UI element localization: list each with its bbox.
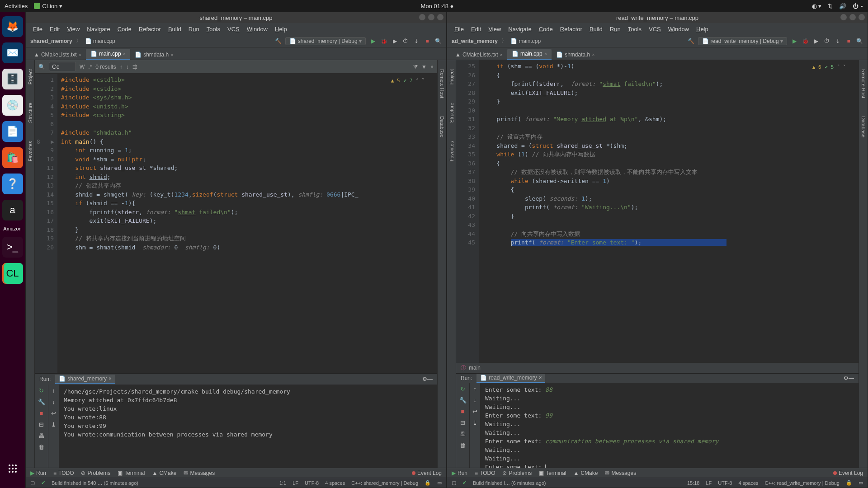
match-case-button[interactable]: W xyxy=(80,64,85,70)
menu-build[interactable]: Build xyxy=(165,25,184,33)
find-input[interactable] xyxy=(49,62,76,71)
menu-tools[interactable]: Tools xyxy=(625,25,644,33)
database-tool-button[interactable]: Database xyxy=(861,116,866,137)
amazon-icon[interactable]: a xyxy=(2,200,23,221)
stop-button[interactable]: ■ xyxy=(424,38,431,45)
tab-cmakelists[interactable]: ▲ CMakeLists.txt × xyxy=(29,50,86,60)
indent[interactable]: 4 spaces xyxy=(738,480,758,486)
up-arrow-icon[interactable]: ↑ xyxy=(52,387,55,394)
lock-icon[interactable]: 🔒 xyxy=(425,480,431,486)
close-icon[interactable]: × xyxy=(123,51,126,56)
up-arrow-icon[interactable]: ↑ xyxy=(473,385,476,392)
search-icon[interactable]: 🔍 xyxy=(434,38,442,45)
network-icon[interactable]: ⇅ xyxy=(828,3,833,9)
context[interactable]: C++: read_write_memory | Debug xyxy=(765,480,840,486)
menu-file[interactable]: File xyxy=(452,25,467,33)
context[interactable]: C++: shared_memory | Debug xyxy=(351,480,418,486)
event-log-button[interactable]: Event Log xyxy=(833,470,863,476)
run-button[interactable]: ▶ xyxy=(791,38,798,45)
hammer-icon[interactable]: 🔨 xyxy=(687,38,694,45)
clock[interactable]: Mon 01:48 ● xyxy=(421,3,454,9)
code-editor[interactable]: ▲ 5 ✔ 7 ˄ ˅#include <cstdlib> #include <… xyxy=(57,74,437,373)
menu-view[interactable]: View xyxy=(486,25,504,33)
database-tool-button[interactable]: Database xyxy=(439,116,445,137)
print-icon[interactable]: 🖶 xyxy=(460,431,466,437)
caret-pos[interactable]: 15:18 xyxy=(687,480,700,486)
messages-tool-button[interactable]: ✉ Messages xyxy=(605,470,636,476)
coverage-button[interactable]: ▶ xyxy=(391,38,398,45)
menu-refactor[interactable]: Refactor xyxy=(136,25,164,33)
down-arrow-icon[interactable]: ↓ xyxy=(52,399,55,405)
maximize-button[interactable] xyxy=(849,14,856,20)
close-icon[interactable]: × xyxy=(592,52,594,57)
hide-button[interactable]: — xyxy=(427,376,433,382)
layout-icon[interactable]: ⊟ xyxy=(39,421,44,428)
soft-wrap-icon[interactable]: ↩ xyxy=(51,410,56,417)
close-button[interactable] xyxy=(859,14,865,20)
stop-button[interactable]: ■ xyxy=(845,38,852,45)
menu-run[interactable]: Run xyxy=(186,25,202,33)
breadcrumb-project[interactable]: shared_memory xyxy=(30,38,72,44)
line-gutter[interactable]: 25 26 27 28 29 30 31 32 33 34 35 36 37 3… xyxy=(456,60,479,363)
menu-build[interactable]: Build xyxy=(587,25,605,33)
close-icon[interactable]: × xyxy=(544,51,547,56)
favorites-tool-button[interactable]: Favorites xyxy=(449,141,454,161)
breadcrumb-file[interactable]: 📄 main.cpp xyxy=(85,38,115,44)
hammer-icon[interactable]: 🔨 xyxy=(274,38,282,45)
line-sep[interactable]: LF xyxy=(292,480,298,486)
coverage-button[interactable]: ▶ xyxy=(812,38,820,45)
scroll-end-icon[interactable]: ⤓ xyxy=(51,421,56,428)
menu-code[interactable]: Code xyxy=(115,25,134,33)
structure-tool-button[interactable]: Structure xyxy=(28,103,33,123)
remote-host-tool-button[interactable]: Remote Host xyxy=(439,69,445,98)
indent[interactable]: 4 spaces xyxy=(325,480,345,486)
minimize-button[interactable] xyxy=(840,14,847,20)
menu-edit[interactable]: Edit xyxy=(468,25,484,33)
hide-button[interactable]: — xyxy=(849,375,854,381)
problems-tool-button[interactable]: ⊘ Problems xyxy=(502,470,532,476)
debug-button[interactable]: 🐞 xyxy=(802,38,809,45)
menu-vcs[interactable]: VCS xyxy=(646,25,664,33)
project-tool-button[interactable]: Project xyxy=(28,69,33,84)
app-menu[interactable]: CLion ▾ xyxy=(34,3,62,9)
remote-host-tool-button[interactable]: Remote Host xyxy=(861,69,866,98)
wrench-icon[interactable]: 🔧 xyxy=(38,399,45,405)
trash-icon[interactable]: 🗑 xyxy=(460,442,466,449)
run-config-selector[interactable]: 📄 shared_memory | Debug ▾ xyxy=(285,37,366,45)
scroll-end-icon[interactable]: ⤓ xyxy=(472,419,477,426)
regex-button[interactable]: .* xyxy=(88,64,92,70)
attach-button[interactable]: ⇣ xyxy=(413,38,420,45)
next-match-button[interactable]: ↓ xyxy=(126,64,129,70)
rerun-button[interactable]: ↻ xyxy=(460,385,465,392)
software-icon[interactable]: 🛍️ xyxy=(2,147,23,168)
line-sep[interactable]: LF xyxy=(706,480,712,486)
debug-button[interactable]: 🐞 xyxy=(380,38,387,45)
profile-button[interactable]: ⏱ xyxy=(402,38,409,45)
filter-icon[interactable]: ⧩ xyxy=(413,64,418,70)
search-icon[interactable]: 🔍 xyxy=(38,64,45,70)
help-icon[interactable]: ❔ xyxy=(2,174,23,194)
terminal-icon[interactable]: >_ xyxy=(2,237,23,258)
menu-edit[interactable]: Edit xyxy=(47,25,62,33)
funnel-icon[interactable]: ▼ xyxy=(421,64,427,70)
attach-button[interactable]: ⇣ xyxy=(834,38,841,45)
todo-tool-button[interactable]: ≡ TODO xyxy=(475,470,495,476)
lock-icon[interactable]: 🔒 xyxy=(846,480,852,486)
menu-window[interactable]: Window xyxy=(244,25,270,33)
show-apps-icon[interactable] xyxy=(2,458,23,479)
gauge-icon[interactable]: ▭ xyxy=(859,480,863,486)
close-button[interactable] xyxy=(437,14,443,20)
prev-match-button[interactable]: ↑ xyxy=(120,64,123,70)
console-output[interactable]: /home/gsc/Projects/shared_memory/cmake-b… xyxy=(59,385,437,468)
menu-vcs[interactable]: VCS xyxy=(225,25,242,33)
event-log-button[interactable]: Event Log xyxy=(412,470,442,476)
tab-cmakelists[interactable]: ▲ CMakeLists.txt × xyxy=(451,50,507,60)
menu-help[interactable]: Help xyxy=(693,25,711,33)
close-icon[interactable]: × xyxy=(500,52,503,57)
rhythmbox-icon[interactable]: 💿 xyxy=(2,95,23,116)
firefox-icon[interactable]: 🦊 xyxy=(2,16,23,37)
terminal-tool-button[interactable]: ▣ Terminal xyxy=(118,470,145,476)
menu-run[interactable]: Run xyxy=(607,25,623,33)
menu-tools[interactable]: Tools xyxy=(204,25,223,33)
console-output[interactable]: Enter some text: 88 Waiting... Waiting..… xyxy=(481,383,859,474)
